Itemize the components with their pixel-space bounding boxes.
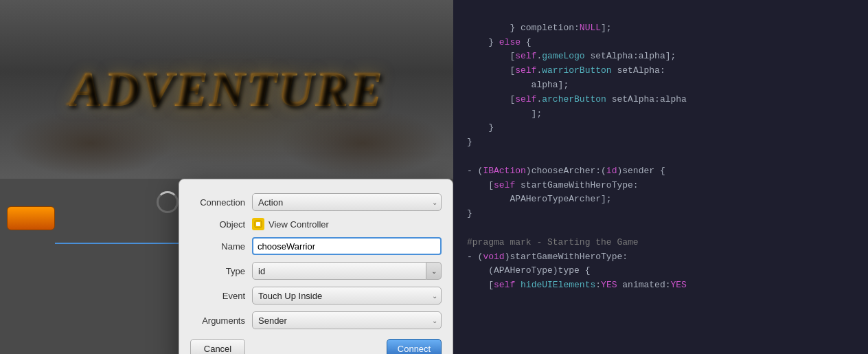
loading-spinner [157, 191, 179, 213]
svg-rect-1 [256, 222, 260, 226]
adventure-logo: ADVENTURE [69, 61, 384, 118]
event-label: Event [190, 291, 252, 301]
arguments-select-wrapper[interactable]: Sender ⌄ [252, 311, 442, 329]
arguments-row: Arguments Sender ⌄ [190, 311, 442, 329]
code-content: } completion:NULL]; } else { [self.gameL… [467, 7, 854, 307]
type-select-group: id ⌄ [252, 262, 442, 280]
arguments-select[interactable]: Sender [252, 311, 442, 329]
object-row: Object View Controller [190, 218, 442, 230]
viewcontroller-icon [252, 218, 264, 230]
left-panel: ADVENTURE Connection Action ⌄ Object [0, 0, 453, 354]
arguments-label: Arguments [190, 316, 252, 326]
connection-select-wrapper[interactable]: Action ⌄ [252, 193, 442, 211]
type-label: Type [190, 266, 252, 276]
spinner-container [157, 191, 179, 213]
type-arrow-button[interactable]: ⌄ [426, 262, 442, 280]
orange-button[interactable] [7, 206, 55, 230]
event-select-wrapper[interactable]: Touch Up Inside ⌄ [252, 287, 442, 305]
connection-label: Connection [190, 197, 252, 208]
object-value-row: View Controller [252, 218, 329, 230]
name-row: Name [190, 237, 442, 255]
connection-row: Connection Action ⌄ [190, 193, 442, 211]
event-row: Event Touch Up Inside ⌄ [190, 287, 442, 305]
object-value: View Controller [269, 219, 329, 230]
name-input[interactable] [252, 237, 442, 255]
cancel-button[interactable]: Cancel [190, 339, 245, 354]
code-editor: } completion:NULL]; } else { [self.gameL… [453, 0, 868, 354]
type-select[interactable]: id [252, 262, 426, 280]
connection-select[interactable]: Action [252, 193, 442, 211]
object-label: Object [190, 219, 252, 230]
connect-button[interactable]: Connect [387, 339, 442, 354]
type-select-wrapper[interactable]: id [252, 262, 426, 280]
adventure-background: ADVENTURE [0, 0, 453, 179]
type-row: Type id ⌄ [190, 262, 442, 280]
event-select[interactable]: Touch Up Inside [252, 287, 442, 305]
name-label: Name [190, 241, 252, 252]
dialog-buttons: Cancel Connect [190, 339, 442, 354]
connection-dialog: Connection Action ⌄ Object View Controll… [179, 179, 453, 354]
